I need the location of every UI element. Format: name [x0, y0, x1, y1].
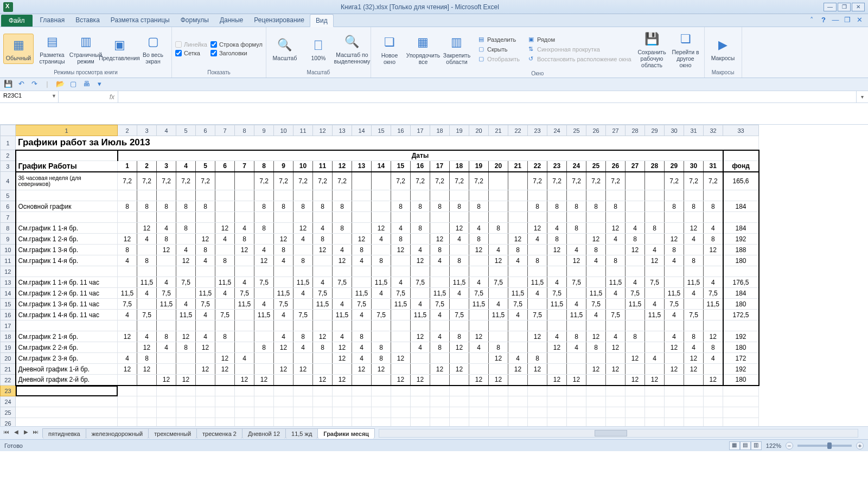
data-cell[interactable]: 8 [254, 223, 274, 234]
column-header[interactable]: 13 [333, 125, 352, 136]
data-cell[interactable] [684, 320, 704, 331]
cell[interactable] [606, 418, 626, 427]
scrollbar-thumb[interactable] [595, 430, 627, 436]
cell[interactable] [626, 418, 645, 427]
data-cell[interactable] [489, 288, 508, 299]
data-cell[interactable]: 8 [469, 201, 489, 212]
row-header[interactable]: 13 [1, 277, 16, 288]
cell[interactable] [293, 396, 313, 407]
data-cell[interactable] [137, 266, 157, 277]
new-icon[interactable]: ▢ [68, 80, 78, 89]
data-cell[interactable] [333, 320, 352, 331]
data-cell[interactable] [704, 364, 723, 375]
data-cell[interactable] [137, 190, 157, 201]
day-header[interactable]: 15 [391, 161, 411, 172]
fund-cell[interactable]: 192 [723, 331, 759, 342]
data-cell[interactable]: 12 [176, 375, 196, 386]
data-cell[interactable] [352, 277, 372, 288]
cell[interactable] [567, 396, 586, 407]
data-cell[interactable]: 11,5 [333, 310, 352, 320]
data-cell[interactable] [254, 353, 274, 364]
data-cell[interactable]: 7,2 [665, 172, 684, 190]
data-cell[interactable] [528, 342, 547, 353]
data-cell[interactable]: 8 [254, 342, 274, 353]
data-cell[interactable]: 12 [372, 223, 391, 234]
data-cell[interactable]: 8 [567, 331, 586, 342]
data-cell[interactable]: 12 [196, 342, 215, 353]
data-cell[interactable]: 8 [430, 342, 450, 353]
data-cell[interactable] [196, 212, 215, 223]
cell[interactable] [333, 407, 352, 418]
data-cell[interactable]: 12 [293, 223, 313, 234]
cell[interactable] [157, 418, 176, 427]
fund-cell[interactable]: 192 [723, 234, 759, 245]
data-cell[interactable] [430, 190, 450, 201]
data-cell[interactable]: 7,5 [313, 288, 333, 299]
data-cell[interactable] [372, 172, 391, 190]
data-cell[interactable] [391, 255, 411, 266]
data-cell[interactable]: 7,5 [372, 310, 391, 320]
cell[interactable] [645, 386, 665, 396]
data-cell[interactable]: 11,5 [391, 299, 411, 310]
data-cell[interactable] [215, 201, 235, 212]
data-cell[interactable]: 12 [157, 375, 176, 386]
row-label[interactable]: Основной график [16, 201, 118, 212]
data-cell[interactable]: 11,5 [469, 299, 489, 310]
data-cell[interactable] [254, 364, 274, 375]
data-cell[interactable] [333, 266, 352, 277]
cell[interactable] [372, 396, 391, 407]
data-cell[interactable] [118, 342, 137, 353]
data-cell[interactable] [333, 288, 352, 299]
page-break-button[interactable]: ▥Страничный режим [71, 31, 101, 67]
cell[interactable] [430, 418, 450, 427]
data-cell[interactable]: 7,2 [586, 172, 606, 190]
data-cell[interactable] [274, 266, 293, 277]
data-cell[interactable]: 11,5 [215, 277, 235, 288]
cell[interactable] [313, 396, 333, 407]
data-cell[interactable]: 7,5 [704, 288, 723, 299]
data-cell[interactable]: 8 [137, 353, 157, 364]
data-cell[interactable]: 11,5 [528, 277, 547, 288]
data-cell[interactable] [626, 172, 645, 190]
data-cell[interactable] [567, 320, 586, 331]
cell[interactable] [489, 386, 508, 396]
data-cell[interactable]: 12 [489, 255, 508, 266]
data-cell[interactable]: 7,2 [176, 172, 196, 190]
row-header[interactable]: 12 [1, 266, 16, 277]
cell[interactable] [723, 418, 759, 427]
day-header[interactable]: 23 [547, 161, 567, 172]
data-cell[interactable]: 4 [508, 353, 528, 364]
data-cell[interactable]: 4 [137, 331, 157, 342]
cell[interactable] [508, 407, 528, 418]
data-cell[interactable]: 12 [606, 364, 626, 375]
data-cell[interactable] [606, 245, 626, 255]
data-cell[interactable] [391, 342, 411, 353]
data-cell[interactable]: 4 [254, 245, 274, 255]
data-cell[interactable]: 7,5 [547, 288, 567, 299]
fund-cell[interactable]: 184 [723, 288, 759, 299]
data-cell[interactable]: 8 [704, 342, 723, 353]
data-cell[interactable]: 12 [411, 375, 430, 386]
cell[interactable] [274, 407, 293, 418]
row-header[interactable]: 15 [1, 299, 16, 310]
data-cell[interactable]: 12 [606, 223, 626, 234]
data-cell[interactable]: 7,2 [137, 172, 157, 190]
data-cell[interactable] [137, 375, 157, 386]
day-header[interactable]: 24 [567, 161, 586, 172]
data-cell[interactable]: 11,5 [411, 310, 430, 320]
formula-bar-checkbox[interactable]: Строка формул [210, 41, 263, 48]
data-cell[interactable]: 4 [118, 255, 137, 266]
data-cell[interactable] [586, 320, 606, 331]
cell[interactable] [196, 418, 215, 427]
data-cell[interactable] [352, 172, 372, 190]
sheet-nav-first-icon[interactable]: ⏮ [2, 429, 11, 438]
data-cell[interactable]: 12 [430, 234, 450, 245]
data-cell[interactable] [430, 212, 450, 223]
data-cell[interactable] [665, 277, 684, 288]
data-cell[interactable]: 4 [469, 223, 489, 234]
column-header[interactable]: 2 [118, 125, 137, 136]
cell[interactable] [293, 386, 313, 396]
row-label[interactable]: См.график 1 3-я бр. 11 час [16, 299, 118, 310]
data-cell[interactable] [450, 375, 469, 386]
data-cell[interactable]: 8 [626, 331, 645, 342]
